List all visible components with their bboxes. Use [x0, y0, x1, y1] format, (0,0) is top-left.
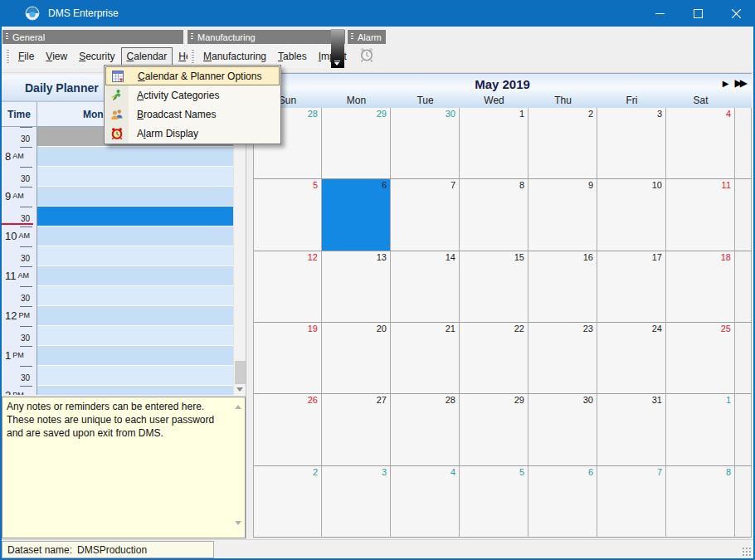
day-cell-22[interactable]: 22 — [460, 323, 528, 394]
day-cell-24[interactable]: 24 — [597, 323, 666, 394]
day-cell-1[interactable]: 1 — [460, 108, 528, 179]
scrollbar-thumb[interactable] — [235, 361, 246, 384]
planner-slot[interactable] — [37, 306, 233, 326]
day-cell-13[interactable]: 13 — [322, 251, 391, 323]
day-cell-2[interactable]: 2 — [528, 108, 597, 179]
toolbar-grip-icon[interactable] — [192, 50, 194, 63]
day-cell-11[interactable]: 11 — [666, 179, 735, 251]
day-cell-6[interactable]: 6 — [322, 179, 391, 251]
planner-slot[interactable] — [37, 346, 233, 366]
day-cell-28[interactable]: 28 — [391, 394, 460, 465]
scroll-down-icon[interactable] — [235, 521, 241, 525]
planner-slot[interactable] — [37, 187, 233, 207]
day-cell-20[interactable]: 20 — [322, 323, 391, 394]
day-cell-8[interactable]: 8 — [460, 179, 528, 251]
resize-grip[interactable] — [742, 547, 752, 557]
planner-day-header: Mon — [83, 109, 104, 120]
day-cell-2[interactable]: 2 — [253, 466, 322, 538]
planner-slot[interactable] — [37, 167, 233, 187]
dataset-value: DMSProduction — [77, 544, 147, 556]
next-month-icon[interactable]: ▶ — [723, 79, 729, 88]
menu-file[interactable]: File — [12, 47, 40, 66]
menu-item-alarm-display[interactable]: Alarm Display — [105, 124, 280, 143]
menu-item-label: Activity Categories — [129, 90, 219, 101]
day-cell-27[interactable]: 27 — [322, 394, 391, 465]
menu-calendar[interactable]: Calendar — [121, 47, 173, 66]
title-bar: DMS Enterprise — [0, 0, 755, 27]
menu-item-broadcast-names[interactable]: Broadcast Names — [105, 105, 280, 124]
time-label: 30 — [2, 246, 37, 266]
planner-slot[interactable] — [37, 147, 233, 167]
toolbar-caption-label: General — [12, 32, 45, 42]
menu-security[interactable]: Security — [73, 47, 120, 66]
day-cell-29[interactable]: 29 — [322, 108, 391, 179]
toolbar-alarm-row — [348, 44, 386, 68]
toolbar-overflow-button[interactable] — [331, 29, 344, 68]
toolbar-caption-alarm[interactable]: Alarm — [348, 30, 386, 44]
toolbar-grip-icon[interactable] — [191, 33, 193, 41]
day-cell-6[interactable]: 6 — [528, 466, 597, 538]
day-cell-9[interactable]: 9 — [528, 179, 597, 251]
day-cell-30[interactable]: 30 — [528, 394, 597, 465]
calendar-grid: 2829301234567891011121314151617181920212… — [253, 108, 752, 538]
day-cell-3[interactable]: 3 — [322, 466, 391, 538]
notes-area[interactable]: Any notes or reminders can be entered he… — [2, 397, 246, 538]
toolbar-grip-icon[interactable] — [6, 33, 8, 41]
day-cell-5[interactable]: 5 — [460, 466, 528, 538]
time-label: 9AM — [2, 187, 37, 207]
menu-item-activity-categories[interactable]: Activity Categories — [105, 85, 280, 105]
menu-item-calendar-planner-options[interactable]: Calendar & Planner Options — [105, 66, 280, 85]
day-cell-14[interactable]: 14 — [391, 251, 460, 323]
day-cell-16[interactable]: 16 — [528, 251, 597, 323]
minimize-button[interactable] — [641, 0, 679, 27]
day-cell-1[interactable]: 1 — [666, 394, 735, 465]
time-label: 12PM — [2, 306, 37, 326]
menu-view[interactable]: View — [40, 47, 73, 66]
toolbar-grip-icon[interactable] — [7, 50, 9, 63]
alarm-clock-icon[interactable] — [358, 46, 375, 66]
planner-slot[interactable] — [37, 226, 233, 246]
planner-scrollbar[interactable] — [233, 127, 246, 395]
day-cell-4[interactable]: 4 — [666, 108, 735, 179]
day-cell-7[interactable]: 7 — [391, 179, 460, 251]
toolbar-caption-manufacturing[interactable]: Manufacturing — [188, 30, 345, 44]
planner-slot[interactable] — [37, 326, 233, 346]
day-cell-12[interactable]: 12 — [253, 251, 322, 323]
maximize-button[interactable] — [679, 0, 717, 27]
day-cell-15[interactable]: 15 — [460, 251, 528, 323]
next-year-icon[interactable]: ▶▶ — [735, 77, 748, 89]
menu-tables[interactable]: Tables — [272, 47, 313, 66]
day-cell-31[interactable]: 31 — [597, 394, 666, 465]
day-cell-7[interactable]: 7 — [597, 466, 666, 538]
day-cell-25[interactable]: 25 — [666, 323, 735, 394]
day-cell-18[interactable]: 18 — [666, 251, 735, 323]
toolbar-caption-general[interactable]: General — [2, 30, 183, 44]
day-cell-8[interactable]: 8 — [666, 466, 735, 538]
planner-slot[interactable] — [37, 366, 233, 386]
day-cell-19[interactable]: 19 — [253, 323, 322, 394]
scroll-down-icon[interactable] — [236, 387, 243, 392]
app-icon — [25, 6, 40, 21]
day-cell-10[interactable]: 10 — [597, 179, 666, 251]
time-label: 2PM — [2, 386, 37, 395]
planner-slot[interactable] — [37, 207, 233, 226]
planner-row-30: 30 — [2, 207, 233, 226]
planner-slot[interactable] — [37, 266, 233, 286]
day-cell-4[interactable]: 4 — [391, 466, 460, 538]
day-cell-30[interactable]: 30 — [391, 108, 460, 179]
close-button[interactable] — [717, 0, 755, 27]
day-cell-5[interactable]: 5 — [253, 179, 322, 251]
week-gutter — [735, 394, 752, 465]
planner-slot[interactable] — [37, 286, 233, 306]
scroll-up-icon[interactable] — [235, 405, 241, 409]
day-cell-3[interactable]: 3 — [597, 108, 666, 179]
day-cell-17[interactable]: 17 — [597, 251, 666, 323]
toolbar-grip-icon[interactable] — [351, 33, 353, 41]
day-cell-21[interactable]: 21 — [391, 323, 460, 394]
planner-slot[interactable] — [37, 386, 233, 395]
menu-manufacturing[interactable]: Manufacturing — [197, 47, 272, 66]
day-cell-29[interactable]: 29 — [460, 394, 528, 465]
day-cell-26[interactable]: 26 — [253, 394, 322, 465]
day-cell-23[interactable]: 23 — [528, 323, 597, 394]
planner-slot[interactable] — [37, 246, 233, 266]
